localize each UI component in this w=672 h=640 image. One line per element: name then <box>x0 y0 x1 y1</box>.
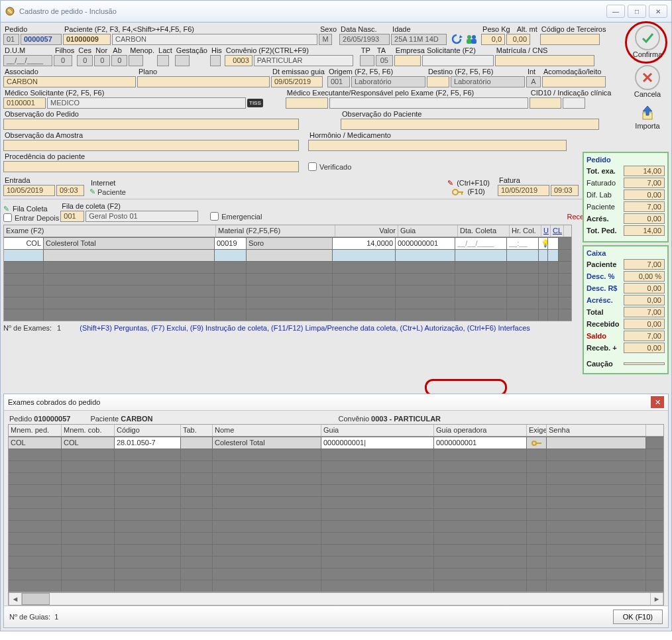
entrar-depois-checkbox[interactable]: Entrar Depois <box>3 213 59 222</box>
sub-scrollbar[interactable]: ◄► <box>8 592 664 606</box>
lbl-idade: Idade <box>391 25 447 34</box>
paciente-code[interactable]: 01000009 <box>63 34 111 45</box>
idade: 25A 11M 14D <box>391 34 447 45</box>
peso[interactable]: 0,0 <box>481 34 505 45</box>
hormonio[interactable] <box>308 140 567 151</box>
ta: 05 <box>376 55 393 66</box>
fila-code[interactable]: 001 <box>60 211 84 222</box>
emergencial-checkbox[interactable]: Emergencial <box>210 212 262 221</box>
pencil-icon: ✎ <box>89 187 95 196</box>
svg-marker-6 <box>459 35 463 38</box>
matricula[interactable] <box>495 55 594 66</box>
destino-code[interactable] <box>427 76 449 87</box>
internet-paciente: Paciente <box>97 188 126 196</box>
tp <box>360 55 374 66</box>
fatura-date[interactable]: 10/05/2019 <box>498 185 549 196</box>
entrada-time[interactable]: 09:03 <box>56 185 84 196</box>
minimize-button[interactable]: — <box>606 5 625 18</box>
dt-emissao[interactable]: 09/05/2019 <box>271 76 323 87</box>
alt[interactable]: 0,00 <box>506 34 530 45</box>
tot-exa: 14,00 <box>624 166 665 176</box>
sexo: M <box>319 34 332 45</box>
key-icon[interactable] <box>452 188 464 196</box>
origem-code: 001 <box>327 76 350 87</box>
svg-rect-8 <box>467 39 472 44</box>
sub-close-button[interactable]: ✕ <box>651 396 664 408</box>
cid-desc <box>563 97 585 109</box>
import-icon <box>639 105 656 122</box>
caixa-total: 7,00 <box>624 307 665 317</box>
guias-label: Nº de Guias: <box>9 613 50 621</box>
paciente-name: CARBON <box>112 34 317 45</box>
obs-paciente[interactable] <box>341 119 599 130</box>
saldo: 7,00 <box>624 331 665 341</box>
close-button[interactable]: ✕ <box>649 5 667 18</box>
sub-title: Exames cobrados do pedido <box>8 398 100 406</box>
ab: 0 <box>111 55 127 66</box>
filhos: 0 <box>54 55 72 66</box>
sub-grid[interactable]: COL COL 28.01.050-7 Colesterol Total 000… <box>8 436 664 592</box>
cod-terceiros[interactable] <box>540 34 600 45</box>
svg-rect-15 <box>535 443 541 444</box>
svg-point-11 <box>453 189 458 195</box>
confirm-button[interactable]: Confirma <box>633 25 663 58</box>
lbl-pedido: Pedido <box>3 25 62 34</box>
dif-lab: 0,00 <box>624 189 665 200</box>
acomodacao[interactable] <box>542 76 606 87</box>
lbl-cod3: Código de Terceiros <box>540 25 608 34</box>
plano[interactable] <box>137 76 270 87</box>
gest <box>175 55 190 66</box>
svg-text:✎: ✎ <box>7 8 13 15</box>
svg-rect-10 <box>471 39 476 44</box>
pencil-icon-2: ✎ <box>447 179 453 187</box>
recebido: 0,00 <box>624 319 665 329</box>
key-icon-2 <box>532 440 542 447</box>
pencil-icon-3: ✎ <box>3 205 9 213</box>
nor: 0 <box>94 55 110 66</box>
maximize-button[interactable]: □ <box>628 5 646 18</box>
obs-amostra[interactable] <box>3 140 299 151</box>
people-icon[interactable] <box>465 33 477 45</box>
senha-cell <box>547 437 646 449</box>
pedido-num: 0000057 <box>21 34 62 45</box>
entrada-date[interactable]: 10/05/2019 <box>3 185 55 196</box>
receb-plus: 0,00 <box>624 343 665 353</box>
med-sol-code[interactable]: 0100001 <box>3 97 46 109</box>
svg-point-7 <box>467 35 471 39</box>
fatura-time[interactable]: 09:03 <box>551 185 579 196</box>
his <box>210 55 221 66</box>
tiss-icon[interactable]: TISS <box>247 99 263 107</box>
import-button[interactable]: Importa <box>635 105 659 130</box>
procedencia[interactable] <box>3 161 299 172</box>
window-title: Cadastro de pedido - Inclusão <box>19 7 117 15</box>
sub-paciente: CARBON <box>121 415 152 423</box>
refresh-icon[interactable] <box>451 33 463 45</box>
sub-window: Exames cobrados do pedido ✕ Pedido 01000… <box>3 394 669 628</box>
side-actions: Confirma Cancela Importa <box>626 25 669 130</box>
destino-name: Laboratório <box>451 76 525 87</box>
med-exec-code[interactable] <box>286 97 328 109</box>
obs-pedido[interactable] <box>3 119 299 130</box>
lact <box>157 55 169 66</box>
cid-code[interactable] <box>530 97 561 109</box>
int: A <box>526 76 541 87</box>
associado[interactable]: CARBON <box>3 76 136 87</box>
verificado-checkbox[interactable]: Verificado <box>308 162 351 171</box>
convenio-code[interactable]: 0003 <box>225 55 252 66</box>
caucao <box>624 362 665 365</box>
empresa-code[interactable] <box>394 55 421 66</box>
sub-convenio: 0003 - PARTICULAR <box>371 415 441 423</box>
guias-value: 1 <box>54 613 58 621</box>
fila-name: Geral Posto 01 <box>85 211 198 222</box>
lbl-paciente: Paciente (F2, F3, F4,<Shift>+F4,F5, F6) <box>63 25 317 34</box>
exam-grid[interactable]: COL Colesterol Total 00019 Soro 14,0000 … <box>3 237 572 321</box>
main-window: ✎ Cadastro de pedido - Inclusão — □ ✕ Co… <box>0 0 672 631</box>
ok-button[interactable]: OK (F10) <box>613 610 663 624</box>
sum-paciente: 7,00 <box>624 201 665 212</box>
exam-grid-header: Exame (F2) Material (F2,F5,F6) Valor Gui… <box>3 225 572 237</box>
svg-point-9 <box>472 35 476 39</box>
pedido-store: 01 <box>3 34 19 45</box>
data-nasc: 26/05/1993 <box>339 34 390 45</box>
dum: __/__/____ <box>3 55 52 66</box>
cancel-button-side[interactable]: Cancela <box>634 65 661 98</box>
